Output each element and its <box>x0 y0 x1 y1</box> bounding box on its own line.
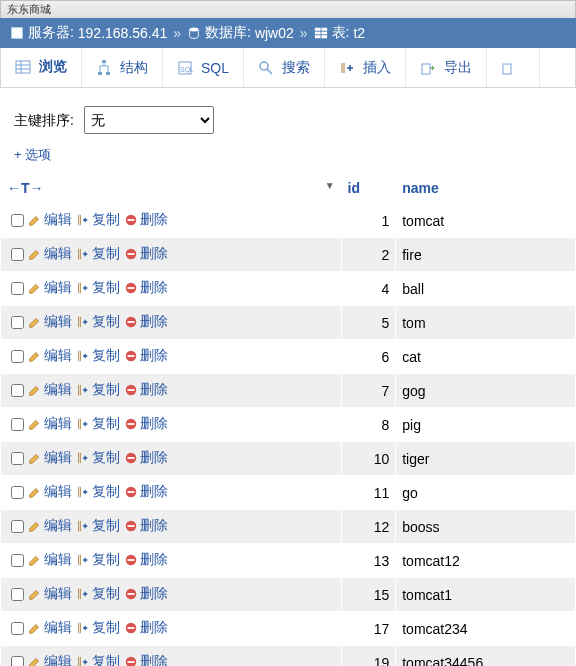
row-checkbox[interactable] <box>11 316 24 329</box>
edit-button[interactable]: 编辑 <box>28 619 72 637</box>
delete-button[interactable]: 删除 <box>124 619 168 637</box>
delete-button[interactable]: 删除 <box>124 347 168 365</box>
minus-circle-icon <box>124 587 138 601</box>
row-checkbox[interactable] <box>11 554 24 567</box>
row-checkbox[interactable] <box>11 656 24 666</box>
tab-sql[interactable]: SQL SQL <box>163 48 244 87</box>
copy-button[interactable]: 复制 <box>76 585 120 603</box>
edit-button[interactable]: 编辑 <box>28 279 72 297</box>
edit-button[interactable]: 编辑 <box>28 585 72 603</box>
tab-browse[interactable]: 浏览 <box>1 48 82 87</box>
copy-button[interactable]: 复制 <box>76 449 120 467</box>
tab-search[interactable]: 搜索 <box>244 48 325 87</box>
row-checkbox[interactable] <box>11 452 24 465</box>
tab-structure[interactable]: 结构 <box>82 48 163 87</box>
cell-name: gog <box>396 374 576 408</box>
svg-rect-48 <box>128 423 135 425</box>
col-header-id[interactable]: id <box>341 173 396 204</box>
svg-rect-52 <box>128 457 135 459</box>
delete-button[interactable]: 删除 <box>124 449 168 467</box>
copy-button[interactable]: 复制 <box>76 211 120 229</box>
edit-button[interactable]: 编辑 <box>28 551 72 569</box>
copy-icon <box>76 451 90 465</box>
delete-button[interactable]: 删除 <box>124 381 168 399</box>
edit-button[interactable]: 编辑 <box>28 347 72 365</box>
svg-rect-24 <box>128 219 135 221</box>
export-icon <box>420 60 436 76</box>
delete-button[interactable]: 删除 <box>124 279 168 297</box>
tab-export[interactable]: 导出 <box>406 48 487 87</box>
copy-button[interactable]: 复制 <box>76 347 120 365</box>
server-label: 服务器: <box>28 24 74 42</box>
database-value[interactable]: wjw02 <box>255 25 294 41</box>
copy-button[interactable]: 复制 <box>76 279 120 297</box>
col-header-actions[interactable]: ←T→ ▼ <box>1 173 342 204</box>
row-actions: 编辑复制删除 <box>1 238 342 272</box>
copy-button[interactable]: 复制 <box>76 551 120 569</box>
cell-id: 4 <box>341 272 396 306</box>
edit-button[interactable]: 编辑 <box>28 449 72 467</box>
edit-button[interactable]: 编辑 <box>28 245 72 263</box>
edit-button[interactable]: 编辑 <box>28 483 72 501</box>
row-checkbox[interactable] <box>11 384 24 397</box>
row-checkbox[interactable] <box>11 588 24 601</box>
edit-button[interactable]: 编辑 <box>28 211 72 229</box>
row-checkbox[interactable] <box>11 350 24 363</box>
row-checkbox[interactable] <box>11 282 24 295</box>
row-checkbox[interactable] <box>11 486 24 499</box>
table-value[interactable]: t2 <box>353 25 365 41</box>
tab-more[interactable] <box>487 48 540 87</box>
delete-button[interactable]: 删除 <box>124 653 168 666</box>
table-row: 编辑复制删除11go <box>1 476 576 510</box>
tab-label: 插入 <box>363 59 391 77</box>
cell-id: 1 <box>341 204 396 238</box>
edit-button[interactable]: 编辑 <box>28 517 72 535</box>
copy-icon <box>76 383 90 397</box>
delete-button[interactable]: 删除 <box>124 585 168 603</box>
tab-insert[interactable]: 插入 <box>325 48 406 87</box>
svg-rect-76 <box>128 661 135 663</box>
copy-button[interactable]: 复制 <box>76 381 120 399</box>
pk-sort-select[interactable]: 无 <box>84 106 214 134</box>
delete-button[interactable]: 删除 <box>124 483 168 501</box>
delete-button[interactable]: 删除 <box>124 415 168 433</box>
search-icon <box>258 60 274 76</box>
table-row: 编辑复制删除10tiger <box>1 442 576 476</box>
copy-button[interactable]: 复制 <box>76 619 120 637</box>
options-toggle[interactable]: + 选项 <box>14 147 51 162</box>
row-checkbox[interactable] <box>11 520 24 533</box>
delete-button[interactable]: 删除 <box>124 551 168 569</box>
delete-button[interactable]: 删除 <box>124 313 168 331</box>
cell-id: 8 <box>341 408 396 442</box>
col-header-name[interactable]: name <box>396 173 576 204</box>
edit-button[interactable]: 编辑 <box>28 381 72 399</box>
delete-button[interactable]: 删除 <box>124 245 168 263</box>
edit-button[interactable]: 编辑 <box>28 653 72 666</box>
svg-point-15 <box>260 62 268 70</box>
minus-circle-icon <box>124 451 138 465</box>
copy-button[interactable]: 复制 <box>76 653 120 666</box>
edit-button[interactable]: 编辑 <box>28 415 72 433</box>
sort-arrow-icon[interactable]: ▼ <box>325 180 335 191</box>
server-value[interactable]: 192.168.56.41 <box>78 25 168 41</box>
edit-button[interactable]: 编辑 <box>28 313 72 331</box>
delete-button[interactable]: 删除 <box>124 211 168 229</box>
delete-button[interactable]: 删除 <box>124 517 168 535</box>
row-checkbox[interactable] <box>11 622 24 635</box>
database-label: 数据库: <box>205 24 251 42</box>
copy-button[interactable]: 复制 <box>76 483 120 501</box>
copy-button[interactable]: 复制 <box>76 245 120 263</box>
pencil-icon <box>28 485 42 499</box>
row-checkbox[interactable] <box>11 418 24 431</box>
cell-id: 13 <box>341 544 396 578</box>
copy-button[interactable]: 复制 <box>76 313 120 331</box>
more-icon <box>501 60 517 76</box>
svg-rect-64 <box>128 559 135 561</box>
row-checkbox[interactable] <box>11 248 24 261</box>
pencil-icon <box>28 281 42 295</box>
pencil-icon <box>28 383 42 397</box>
row-checkbox[interactable] <box>11 214 24 227</box>
copy-button[interactable]: 复制 <box>76 415 120 433</box>
copy-button[interactable]: 复制 <box>76 517 120 535</box>
copy-icon <box>76 485 90 499</box>
